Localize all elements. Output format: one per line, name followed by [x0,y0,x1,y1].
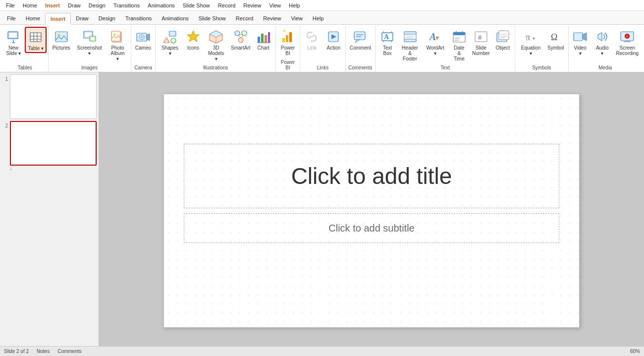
svg-rect-42 [289,32,292,42]
slide-2-thumbnail[interactable] [10,121,97,166]
title-placeholder[interactable]: Click to add title [184,144,559,208]
table-icon [28,29,44,45]
power-bi-label: PowerBI [281,45,295,56]
subtitle-placeholder[interactable]: Click to add subtitle [184,213,559,243]
svg-text:A: A [384,33,389,41]
svg-rect-65 [453,32,465,35]
title-text: Click to add title [291,163,452,189]
menu-slideshow[interactable]: Slide Show [179,1,214,9]
smartart-button[interactable]: SmartArt [229,27,252,52]
menu-transitions[interactable]: Transitions [109,1,144,9]
media-group-items: Video ▾ Audio ▾ [570,27,641,64]
photo-album-button[interactable]: PhotoAlbum ▾ [107,27,128,63]
tab-insert[interactable]: Insert [45,13,71,25]
svg-line-33 [238,36,241,38]
cameo-button[interactable]: Cameo [133,27,154,52]
svg-marker-48 [355,40,360,43]
text-box-button[interactable]: A TextBox [377,27,397,58]
tab-home[interactable]: Home [21,12,45,24]
menu-insert[interactable]: Insert [41,1,64,9]
audio-button[interactable]: Audio ▾ [591,27,613,58]
svg-rect-22 [169,31,176,36]
new-slide-button[interactable]: NewSlide ▾ [3,27,24,58]
tab-view[interactable]: View [286,12,308,24]
icons-icon [185,29,201,45]
tab-help[interactable]: Help [308,12,329,24]
ribbon-content: NewSlide ▾ Table ▾ [0,25,644,72]
symbol-button[interactable]: Ω Symbol [545,27,566,52]
symbols-group-label: Symbols [517,64,566,72]
powerbi-group-label: Power BI [278,59,298,72]
menu-record[interactable]: Record [214,1,239,9]
wordart-button[interactable]: A ▾ WordArt ▾ [423,27,448,58]
comment-button[interactable]: Comment [347,27,374,52]
ribbon-group-powerbi: ⚡ PowerBI Power BI [276,26,300,72]
menu-help[interactable]: Help [285,1,304,9]
main-area: 1 2 * Click to add title Click to add su… [0,72,644,349]
chart-button[interactable]: Chart [253,27,273,52]
pictures-button[interactable]: Pictures [51,27,72,52]
camera-group-label: Camera [133,64,154,72]
menu-view[interactable]: View [265,1,285,9]
status-bar: Slide 2 of 2 Notes Comments 60% [0,346,644,356]
images-group-label: Images [51,64,129,72]
tab-design[interactable]: Design [94,12,120,24]
slide-number-button[interactable]: # SlideNumber [470,27,492,58]
tab-file[interactable]: File [2,12,21,24]
slide-1-number: 1 [2,76,8,82]
icons-button[interactable]: Icons [183,27,203,52]
text-group-items: A TextBox [377,27,513,64]
menu-review[interactable]: Review [239,1,265,9]
video-button[interactable]: Video ▾ [570,27,590,58]
audio-label: Audio ▾ [594,45,610,56]
ribbon-group-slides: NewSlide ▾ Table ▾ [2,26,49,72]
slide-canvas[interactable]: Click to add title Click to add subtitle [163,94,580,328]
3d-models-button[interactable]: 3DModels ▾ [204,27,228,63]
screen-recording-button[interactable]: ScreenRecording [614,27,641,58]
svg-marker-82 [598,33,602,41]
menu-design[interactable]: Design [85,1,109,9]
header-footer-label: Header& Footer [401,45,419,61]
svg-marker-25 [187,31,199,42]
tab-draw[interactable]: Draw [71,12,94,24]
date-time-button[interactable]: Date &Time [449,27,469,63]
tab-transitions[interactable]: Transitions [120,12,157,24]
svg-point-85 [626,35,629,38]
ribbon-group-comments: Comment Comments [346,26,376,72]
table-button[interactable]: Table ▾ [25,27,47,53]
tab-record[interactable]: Record [231,12,258,24]
power-bi-button[interactable]: ⚡ PowerBI [277,27,298,58]
header-footer-button[interactable]: Header& Footer [398,27,421,63]
tab-animations[interactable]: Animations [157,12,193,24]
3d-models-label: 3DModels ▾ [207,45,225,61]
video-label: Video ▾ [572,45,588,56]
svg-text:⚡: ⚡ [282,29,286,33]
menu-home[interactable]: Home [19,1,41,9]
svg-rect-80 [574,33,583,41]
text-group-label: Text [377,64,513,72]
notes-button[interactable]: Notes [37,349,50,354]
slide-2-indicator: * [10,168,97,173]
link-button: Link [301,27,322,52]
equation-button[interactable]: π ▾ Equation ▾ [517,27,544,58]
slide-1-thumbnail[interactable] [10,74,97,119]
ribbon-group-links: Link Action Links [300,26,346,72]
menu-file[interactable]: File [2,1,19,9]
screenshot-button[interactable]: Screenshot ▾ [73,27,106,58]
object-icon [495,29,511,45]
object-button[interactable]: Object [493,27,513,52]
svg-rect-4 [30,33,41,42]
menu-draw[interactable]: Draw [64,1,85,9]
ribbon-group-camera: Cameo Camera [131,26,156,72]
shapes-button[interactable]: Shapes ▾ [158,27,182,58]
svg-rect-35 [258,37,260,42]
slide-number-label: SlideNumber [472,45,490,56]
tab-review[interactable]: Review [258,12,286,24]
action-button[interactable]: Action [323,27,344,52]
menu-animations[interactable]: Animations [144,1,178,9]
slide-2-wrapper: 2 [2,121,97,166]
comments-button[interactable]: Comments [57,349,81,354]
svg-point-31 [238,38,243,43]
tab-slideshow[interactable]: Slide Show [194,12,231,24]
svg-rect-59 [404,39,416,42]
